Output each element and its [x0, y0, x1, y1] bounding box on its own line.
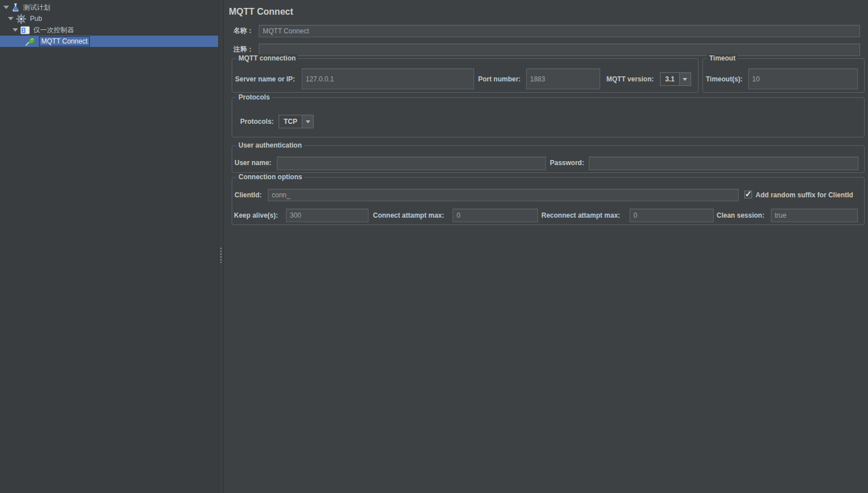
- username-label: User name:: [235, 159, 271, 167]
- tree-node-once-only-controller[interactable]: 仅一次控制器: [0, 24, 218, 36]
- once-only-controller-icon: [20, 26, 30, 34]
- port-input[interactable]: [526, 68, 600, 89]
- mqtt-version-select[interactable]: 3.1: [660, 72, 691, 86]
- name-input[interactable]: [259, 25, 860, 37]
- server-label: Server name or IP:: [235, 75, 295, 84]
- keepalive-label: Keep alive(s):: [234, 211, 278, 220]
- thread-group-gear-icon: [16, 14, 27, 24]
- collapse-triangle-icon[interactable]: [12, 28, 18, 32]
- mqtt-version-label: MQTT version:: [606, 75, 654, 84]
- tree-node-label[interactable]: 仅一次控制器: [33, 25, 74, 35]
- connect-attempt-max-label: Connect attampt max:: [373, 211, 444, 220]
- timeout-group: Timeout Timeout(s):: [702, 58, 865, 93]
- random-suffix-checkbox[interactable]: [744, 191, 752, 198]
- protocols-group-title: Protocols: [236, 93, 272, 101]
- tree-node-label[interactable]: 测试计划: [23, 3, 50, 12]
- reconnect-attempt-max-label: Reconnect attampt max:: [541, 211, 620, 220]
- protocols-value: TCP: [279, 115, 302, 128]
- protocols-group: Protocols Protocols: TCP: [232, 97, 865, 137]
- sampler-eyedropper-icon: [25, 37, 36, 46]
- test-plan-flask-icon: [11, 3, 20, 12]
- port-label: Port number:: [478, 75, 520, 84]
- comments-input[interactable]: [259, 44, 860, 56]
- page-title: MQTT Connect: [229, 7, 293, 17]
- tree-node-label[interactable]: MQTT Connect: [39, 36, 90, 46]
- password-input[interactable]: [589, 157, 858, 170]
- timeout-label: Timeout(s):: [706, 75, 743, 84]
- server-input[interactable]: [302, 68, 474, 89]
- tree-node-label[interactable]: Pub: [30, 15, 42, 23]
- tree-node-mqtt-connect-selected[interactable]: MQTT Connect: [0, 36, 218, 47]
- user-authentication-group-title: User authentication: [236, 141, 304, 149]
- panel-splitter[interactable]: [218, 0, 224, 493]
- protocols-select[interactable]: TCP: [279, 115, 314, 128]
- collapse-triangle-icon[interactable]: [8, 17, 14, 20]
- collapse-triangle-icon[interactable]: [3, 6, 9, 9]
- protocols-label: Protocols:: [240, 118, 274, 126]
- chevron-down-icon[interactable]: [302, 115, 313, 128]
- keepalive-input[interactable]: [286, 209, 368, 222]
- username-input[interactable]: [277, 157, 546, 170]
- clean-session-label: Clean session:: [717, 211, 765, 220]
- timeout-group-title: Timeout: [707, 54, 737, 62]
- connection-options-group-title: Connection options: [236, 173, 305, 181]
- connect-attempt-max-input[interactable]: [453, 209, 538, 222]
- comments-label: 注释：: [233, 45, 254, 54]
- timeout-input[interactable]: [748, 68, 858, 89]
- password-label: Password:: [550, 159, 584, 167]
- test-plan-tree: 测试计划: [0, 0, 218, 493]
- reconnect-attempt-max-input[interactable]: [630, 209, 714, 222]
- clean-session-input[interactable]: [771, 209, 858, 222]
- mqtt-version-value: 3.1: [661, 73, 679, 85]
- splitter-grip-icon[interactable]: [220, 247, 223, 263]
- mqtt-connect-config-panel: MQTT Connect 名称： 注释： MQTT connection Ser…: [224, 0, 868, 493]
- random-suffix-label: Add random suffix for ClientId: [756, 191, 853, 200]
- clientid-label: ClientId:: [235, 191, 262, 200]
- mqtt-connection-group-title: MQTT connection: [236, 54, 298, 62]
- chevron-down-icon[interactable]: [679, 73, 691, 85]
- mqtt-connection-group: MQTT connection Server name or IP: Port …: [232, 58, 698, 93]
- tree-node-thread-group[interactable]: Pub: [0, 13, 218, 24]
- jmeter-window: 测试计划: [0, 0, 868, 493]
- name-label: 名称：: [233, 27, 254, 35]
- connection-options-group: Connection options ClientId: Add random …: [232, 177, 865, 225]
- clientid-input[interactable]: [268, 189, 739, 201]
- user-authentication-group: User authentication User name: Password:: [232, 145, 865, 173]
- tree-node-test-plan[interactable]: 测试计划: [0, 2, 218, 13]
